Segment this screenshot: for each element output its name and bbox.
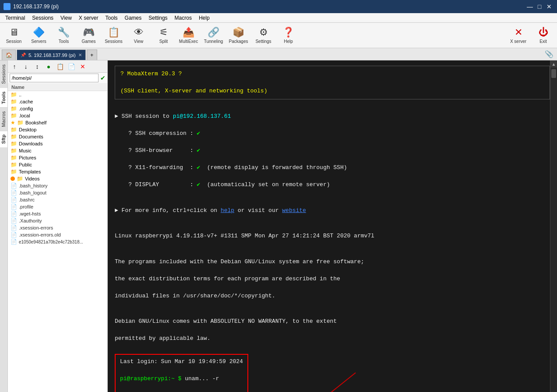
list-item[interactable]: 📁 .cache: [8, 98, 107, 105]
list-item[interactable]: 📁 Templates: [8, 168, 107, 175]
menu-view[interactable]: View: [57, 14, 75, 22]
session-label: Session: [6, 39, 22, 44]
file-down-btn[interactable]: ↓: [21, 62, 31, 71]
file-refresh-btn[interactable]: ●: [44, 62, 53, 71]
list-item[interactable]: 📄 .wget-hsts: [8, 210, 107, 217]
menu-help[interactable]: Help: [195, 14, 213, 22]
terminal-area[interactable]: ? MobaXterm 20.3 ? (SSH client, X-server…: [108, 60, 557, 392]
toolbar-settings[interactable]: ⚙ Settings: [251, 24, 275, 47]
file-close-btn[interactable]: ✕: [78, 62, 88, 71]
file-item-name: Bookshelf: [25, 120, 46, 125]
file-copy-btn[interactable]: 📋: [55, 62, 65, 71]
scroll-up-btn[interactable]: ▲: [550, 60, 557, 67]
list-item[interactable]: 📄 .profile: [8, 203, 107, 210]
menu-settings[interactable]: Settings: [145, 14, 171, 22]
file-item-name: .bash_logout: [19, 190, 46, 195]
title-bar: 192.168.137.99 (pi) — □ ✕: [0, 0, 557, 13]
list-item[interactable]: ★ 📁 Bookshelf: [8, 119, 107, 126]
file-new-btn[interactable]: 📄: [67, 62, 76, 71]
window-controls: — □ ✕: [525, 2, 553, 11]
toolbar-tunneling[interactable]: 🔗 Tunneling: [201, 24, 226, 47]
tunneling-label: Tunneling: [204, 39, 223, 44]
split-label: Split: [159, 39, 168, 44]
file-up-btn[interactable]: ↑: [10, 62, 19, 71]
list-item[interactable]: 📁 Desktop: [8, 126, 107, 133]
folder-icon: 📁: [11, 113, 17, 119]
list-item[interactable]: 📁 Pictures: [8, 154, 107, 161]
list-item[interactable]: 📁 Music: [8, 147, 107, 154]
folder-up-icon: 📁: [11, 92, 17, 98]
menu-macros[interactable]: Macros: [171, 14, 195, 22]
file-item-name: Videos: [25, 176, 39, 181]
close-button[interactable]: ✕: [545, 2, 553, 11]
settings-label: Settings: [255, 39, 271, 44]
list-item[interactable]: 📄 .Xauthority: [8, 217, 107, 224]
list-item[interactable]: 📄 .bash_logout: [8, 189, 107, 196]
folder-icon: 📁: [11, 134, 17, 140]
vtab-sessions[interactable]: Sessions: [0, 60, 7, 88]
debian-line5: permitted by applicable law.: [115, 334, 550, 343]
vtab-macros[interactable]: Macros: [0, 107, 7, 131]
session-icon: 🖥: [9, 27, 19, 38]
list-item[interactable]: 📁 Videos: [8, 175, 107, 182]
file-item-name: Downloads: [19, 141, 42, 146]
toolbar-exit[interactable]: ⏻ Exit: [531, 24, 555, 47]
toolbar-session[interactable]: 🖥 Session: [2, 24, 26, 47]
svg-line-0: [312, 373, 356, 392]
folder-icon: 📁: [11, 148, 17, 154]
pin-icon: 📌: [21, 53, 26, 57]
list-item[interactable]: 📁 Downloads: [8, 140, 107, 147]
active-tab[interactable]: 📌 5. 192.168.137.99 (pi) ✕: [17, 49, 86, 60]
toolbar-help[interactable]: ❓ Help: [276, 24, 300, 47]
vtab-sftp[interactable]: Sftp: [0, 131, 7, 147]
menu-tools[interactable]: Tools: [102, 14, 121, 22]
menu-xserver[interactable]: X server: [75, 14, 102, 22]
toolbar-split[interactable]: ⚟ Split: [152, 24, 176, 47]
arrow-annotation: [290, 368, 550, 392]
vtab-tools[interactable]: Tools: [0, 88, 7, 108]
file-sort-btn[interactable]: ↕: [32, 62, 42, 71]
path-bar: ✔: [8, 73, 107, 84]
toolbar-tools[interactable]: 🔧 Tools: [52, 24, 76, 47]
toolbar-servers[interactable]: 🔷 Servers: [27, 24, 51, 47]
list-item[interactable]: 📄 .bash_history: [8, 182, 107, 189]
add-tab-button[interactable]: +: [87, 49, 97, 60]
tab-close-button[interactable]: ✕: [78, 53, 82, 57]
tools-icon: 🔧: [58, 27, 70, 38]
toolbar-games[interactable]: 🎮 Games: [77, 24, 101, 47]
minimize-button[interactable]: —: [525, 2, 534, 11]
linux-line: Linux raspberrypi 4.19.118-v7+ #1311 SMP…: [115, 232, 550, 240]
tools-label: Tools: [59, 39, 69, 44]
terminal-scrollbar[interactable]: ▲ ▼: [550, 60, 557, 392]
toolbar-multiexec[interactable]: 📤 MultiExec: [176, 24, 201, 47]
debian-line4: Debian GNU/Linux comes with ABSOLUTELY N…: [115, 317, 550, 326]
maximize-button[interactable]: □: [535, 2, 544, 11]
file-item-name: .bashrc: [19, 197, 35, 202]
ssh-line: ► SSH session to pi@192.168.137.61: [115, 112, 550, 121]
home-tab[interactable]: 🏠: [2, 49, 16, 60]
file-item-name: Music: [19, 148, 32, 153]
list-item[interactable]: 📄 .xsession-errors: [8, 224, 107, 231]
list-item[interactable]: 📁 ..: [8, 91, 107, 98]
toolbar-sessions[interactable]: 📋 Sessions: [102, 24, 126, 47]
menu-sessions[interactable]: Sessions: [28, 14, 57, 22]
list-item[interactable]: 📄 .xsession-errors.old: [8, 231, 107, 238]
menu-terminal[interactable]: Terminal: [2, 14, 28, 22]
star-icon: ★: [11, 120, 15, 126]
file-item-name: .bash_history: [19, 183, 47, 188]
welcome-line2: (SSH client, X-server and networking too…: [120, 87, 544, 95]
path-input[interactable]: [10, 74, 99, 82]
toolbar-xserver[interactable]: ✕ X server: [506, 24, 530, 47]
folder-icon: 📁: [11, 127, 17, 133]
title-bar-left: 192.168.137.99 (pi): [4, 3, 59, 10]
toolbar-packages[interactable]: 📦 Packages: [226, 24, 250, 47]
list-item[interactable]: 📁 Documents: [8, 133, 107, 140]
menu-games[interactable]: Games: [121, 14, 145, 22]
list-item[interactable]: 📁 .config: [8, 105, 107, 112]
list-item[interactable]: 📁 .local: [8, 112, 107, 119]
list-item[interactable]: 📄 .bashrc: [8, 196, 107, 203]
toolbar-view[interactable]: 👁 View: [127, 24, 151, 47]
scroll-track-v: [550, 67, 557, 392]
list-item[interactable]: 📄 e1050e94821a70b2e4c72b318...: [8, 238, 107, 245]
list-item[interactable]: 📁 Public: [8, 161, 107, 168]
